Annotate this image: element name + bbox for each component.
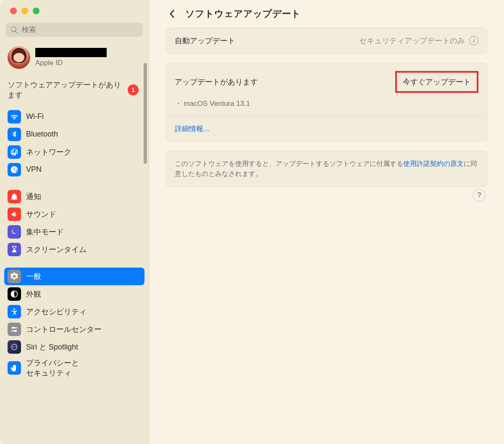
info-icon[interactable]: i xyxy=(469,36,478,45)
sidebar-item-screentime[interactable]: スクリーンタイム xyxy=(4,241,144,258)
sidebar-item-label: プライバシーと セキュリティ xyxy=(26,358,79,378)
account-row[interactable]: Apple ID xyxy=(0,42,149,74)
agreement-text: このソフトウェアを使用すると、アップデートするソフトウェアに付属する使用許諾契約… xyxy=(166,151,487,187)
sidebar-item-label: Wi-Fi xyxy=(26,112,44,121)
updates-card: アップデートがあります 今すぐアップデート ・ macOS Ventura 13… xyxy=(166,63,487,142)
sidebar-item-notifications[interactable]: 通知 xyxy=(4,188,144,205)
contrast-icon xyxy=(8,287,21,301)
help-button[interactable]: ? xyxy=(473,189,486,202)
back-button[interactable] xyxy=(166,8,178,20)
search-field[interactable] xyxy=(6,23,143,37)
main-panel: ソフトウェアアップデート 自動アップデート セキュリティアップデートのみ i ア… xyxy=(149,0,504,444)
avatar xyxy=(8,46,30,69)
auto-update-row[interactable]: 自動アップデート セキュリティアップデートのみ i xyxy=(166,28,487,53)
sidebar-item-label: Siri と Spotlight xyxy=(26,342,78,352)
svg-point-5 xyxy=(15,330,17,332)
more-info-link[interactable]: 詳細情報... xyxy=(166,116,487,141)
sidebar-item-label: アクセシビリティ xyxy=(26,307,87,317)
sidebar-item-general[interactable]: 一般 xyxy=(4,268,144,285)
account-sub: Apple ID xyxy=(35,59,107,67)
search-icon xyxy=(10,26,18,34)
hourglass-icon xyxy=(8,243,21,256)
globe-icon xyxy=(8,145,21,159)
sidebar-item-label: VPN xyxy=(26,165,42,174)
moon-icon xyxy=(8,225,21,239)
update-item: ・ macOS Ventura 13.1 xyxy=(166,97,487,116)
sidebar-item-sound[interactable]: サウンド xyxy=(4,205,144,223)
nav-group-alerts: 通知 サウンド 集中モード スクリーンタイム xyxy=(0,186,149,260)
maximize-button[interactable] xyxy=(33,8,39,14)
sidebar-item-control-center[interactable]: コントロールセンター xyxy=(4,321,144,338)
sidebar-item-label: スクリーンタイム xyxy=(26,244,87,255)
svg-point-4 xyxy=(12,326,14,328)
sliders-icon xyxy=(8,323,21,336)
sidebar-item-accessibility[interactable]: アクセシビリティ xyxy=(4,303,144,321)
sidebar-item-label: 一般 xyxy=(26,271,41,281)
update-notice-text: ソフトウェアアップデートがあります xyxy=(8,80,128,100)
sidebar-item-label: 外観 xyxy=(26,289,41,299)
hand-icon xyxy=(8,361,21,375)
update-now-button[interactable]: 今すぐアップデート xyxy=(395,71,478,93)
auto-update-value: セキュリティアップデートのみ xyxy=(359,36,465,46)
sidebar-item-label: コントロールセンター xyxy=(26,324,102,334)
gear-icon xyxy=(8,270,21,283)
update-badge: 1 xyxy=(128,84,139,95)
speaker-icon xyxy=(8,208,21,221)
wifi-icon xyxy=(8,110,21,123)
svg-point-1 xyxy=(13,308,15,310)
license-link[interactable]: 使用許諾契約の原文 xyxy=(403,160,464,167)
sidebar-item-label: サウンド xyxy=(26,209,56,219)
page-title: ソフトウェアアップデート xyxy=(185,8,301,20)
account-name-redacted xyxy=(35,48,107,57)
sidebar-item-appearance[interactable]: 外観 xyxy=(4,285,144,303)
close-button[interactable] xyxy=(10,8,17,14)
nav-group-system: 一般 外観 アクセシビリティ コントロールセンター Siri と Spotlig… xyxy=(0,266,149,382)
sidebar: Apple ID ソフトウェアアップデートがあります 1 Wi-Fi Bluet… xyxy=(0,0,149,444)
vpn-icon xyxy=(8,163,21,176)
sidebar-item-bluetooth[interactable]: Bluetooth xyxy=(4,126,144,143)
update-available-row: アップデートがあります 今すぐアップデート xyxy=(166,63,487,97)
chevron-left-icon xyxy=(169,9,176,19)
sidebar-item-privacy[interactable]: プライバシーと セキュリティ xyxy=(4,356,144,380)
scrollbar[interactable] xyxy=(144,63,147,164)
auto-update-label: 自動アップデート xyxy=(175,36,235,46)
sidebar-item-focus[interactable]: 集中モード xyxy=(4,223,144,241)
update-heading: アップデートがあります xyxy=(175,77,258,87)
bell-icon xyxy=(8,190,21,203)
minimize-button[interactable] xyxy=(21,8,28,14)
main-header: ソフトウェアアップデート xyxy=(166,8,487,28)
agreement-prefix: このソフトウェアを使用すると、アップデートするソフトウェアに付属する xyxy=(175,160,403,167)
search-input[interactable] xyxy=(22,26,139,34)
accessibility-icon xyxy=(8,305,21,318)
agreement-card: このソフトウェアを使用すると、アップデートするソフトウェアに付属する使用許諾契約… xyxy=(166,151,487,187)
bluetooth-icon xyxy=(8,128,21,141)
sidebar-item-vpn[interactable]: VPN xyxy=(4,161,144,179)
sidebar-item-label: 集中モード xyxy=(26,227,64,237)
search-wrap xyxy=(0,18,149,42)
sidebar-item-label: 通知 xyxy=(26,192,41,202)
sidebar-item-label: Bluetooth xyxy=(26,130,58,139)
siri-icon xyxy=(8,340,21,354)
sidebar-item-network[interactable]: ネットワーク xyxy=(4,143,144,161)
auto-update-card: 自動アップデート セキュリティアップデートのみ i xyxy=(166,28,487,54)
sidebar-item-wifi[interactable]: Wi-Fi xyxy=(4,108,144,126)
account-info: Apple ID xyxy=(35,48,107,67)
sidebar-item-siri-spotlight[interactable]: Siri と Spotlight xyxy=(4,338,144,356)
sidebar-item-label: ネットワーク xyxy=(26,147,71,157)
window-controls xyxy=(0,0,149,18)
nav-group-network: Wi-Fi Bluetooth ネットワーク VPN xyxy=(0,106,149,180)
update-notice[interactable]: ソフトウェアアップデートがあります 1 xyxy=(0,74,149,106)
